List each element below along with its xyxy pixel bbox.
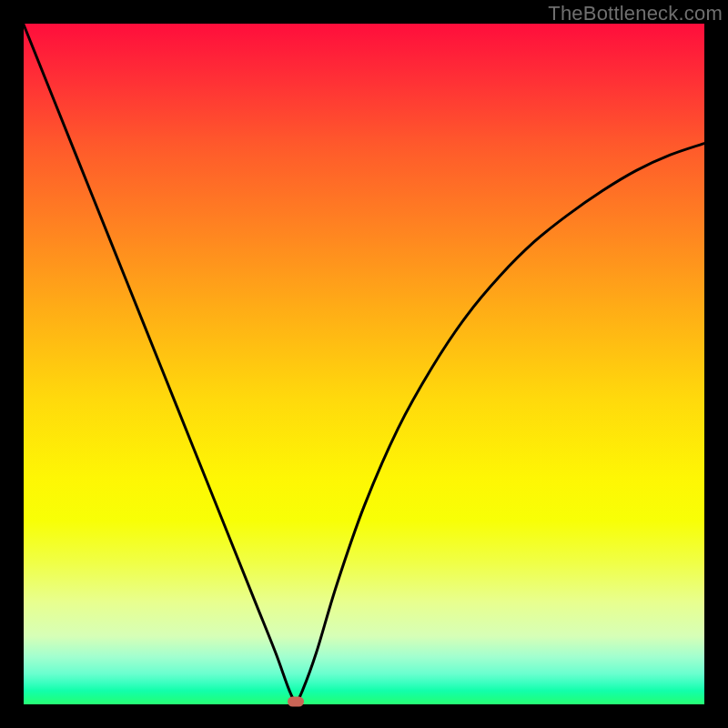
watermark-text: TheBottleneck.com: [548, 2, 723, 25]
optimum-marker: [288, 696, 304, 706]
curve-svg: [24, 24, 704, 704]
chart-plot-area: [24, 24, 704, 704]
bottleneck-curve: [24, 25, 704, 702]
